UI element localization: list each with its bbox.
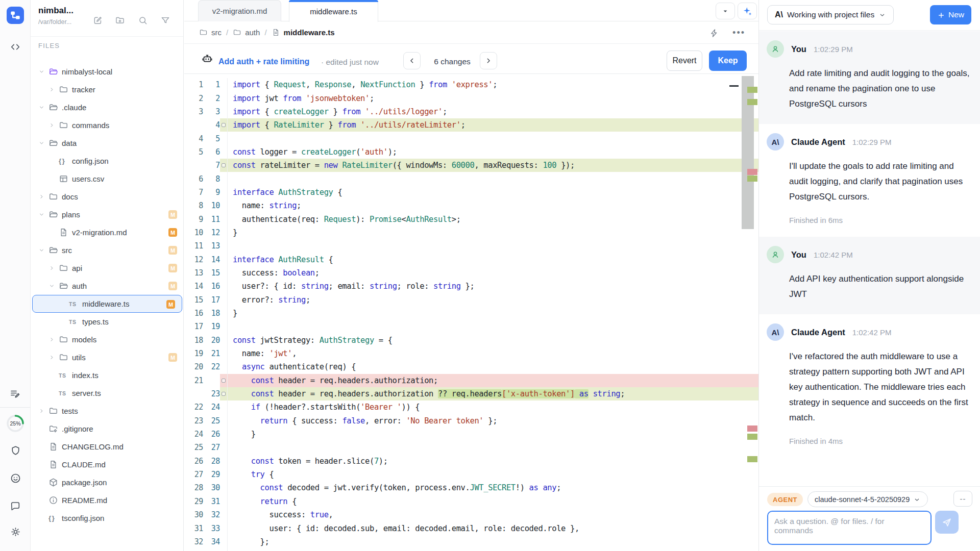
code-line[interactable]: 2325 return { success: false, error: 'No…	[184, 414, 758, 428]
code-line[interactable]: 1012}	[184, 226, 758, 239]
tree-item--claude[interactable]: .claude	[31, 98, 184, 116]
code-line[interactable]: 3234 };	[184, 535, 758, 548]
tab-middleware-ts[interactable]: middleware.ts	[289, 0, 378, 22]
tree-item-auth[interactable]: authM	[31, 277, 184, 295]
code-line[interactable]: 11import { Request, Response, NextFuncti…	[184, 78, 758, 91]
code-line[interactable]: 2224 if (!header?.startsWith('Bearer '))…	[184, 400, 758, 414]
tree-item-types-ts[interactable]: TStypes.ts	[31, 313, 184, 331]
chevron-right-icon[interactable]	[38, 408, 48, 414]
chat-input[interactable]	[767, 511, 932, 545]
tree-item-package-json[interactable]: package.json	[31, 473, 184, 491]
chevron-right-icon[interactable]	[48, 122, 59, 129]
tree-item-tsconfig-json[interactable]: { }tsconfig.json	[31, 509, 184, 527]
tree-item-claude-md[interactable]: CLAUDE.md	[31, 456, 184, 473]
chevron-down-icon[interactable]	[38, 247, 48, 254]
code-line[interactable]: 3335 } catch {	[184, 548, 758, 551]
code-line[interactable]: 45	[184, 132, 758, 145]
smiley-icon[interactable]	[0, 470, 31, 486]
tree-item-api[interactable]: apiM	[31, 259, 184, 277]
search-icon[interactable]	[137, 14, 149, 27]
diff-title[interactable]: Add auth + rate limiting	[218, 57, 309, 66]
code-line-add[interactable]: 4import { RateLimiter } from '../utils/r…	[184, 118, 758, 132]
tree-item-commands[interactable]: commands	[31, 116, 184, 134]
code-line[interactable]: 1214interface AuthResult {	[184, 253, 758, 266]
chevron-down-icon[interactable]	[38, 68, 48, 75]
diff-line-marker[interactable]	[220, 163, 227, 167]
breadcrumb-folder[interactable]: auth	[245, 28, 260, 37]
keep-button[interactable]: Keep	[709, 51, 747, 71]
breadcrumb-folder[interactable]: src	[211, 28, 222, 37]
tree-item-server-ts[interactable]: TSserver.ts	[31, 384, 184, 402]
model-selector[interactable]: claude-sonnet-4-5-20250929	[807, 491, 928, 507]
tree-item-tracker[interactable]: tracker	[31, 81, 184, 98]
chevron-down-icon[interactable]	[38, 104, 48, 111]
code-line[interactable]: 56const logger = createLogger('auth');	[184, 145, 758, 159]
settings-gear-icon[interactable]	[0, 524, 31, 539]
code-line[interactable]: 22import jwt from 'jsonwebtoken';	[184, 91, 758, 105]
chat-bubble-icon[interactable]	[0, 498, 31, 514]
prev-change-button[interactable]	[403, 52, 421, 69]
tree-item-changelog-md[interactable]: CHANGELOG.md	[31, 438, 184, 456]
shield-icon[interactable]	[0, 443, 31, 458]
code-line[interactable]: 2527	[184, 441, 758, 454]
ai-sparkle-button[interactable]	[738, 3, 757, 19]
tab-dropdown-button[interactable]	[716, 3, 735, 19]
diff-line-marker[interactable]	[220, 123, 227, 127]
tree-item-config-json[interactable]: { }config.json	[31, 152, 184, 170]
code-line[interactable]: 1416 user?: { id: string; email: string;…	[184, 280, 758, 293]
tree-item-nimbalyst-local[interactable]: nimbalyst-local	[31, 63, 184, 81]
tree-item-readme-md[interactable]: README.md	[31, 491, 184, 509]
app-logo-icon[interactable]	[7, 7, 24, 24]
tree-item-src[interactable]: srcM	[31, 241, 184, 259]
code-line[interactable]: 68	[184, 172, 758, 185]
chevron-right-icon[interactable]	[48, 265, 59, 271]
code-editor[interactable]: 11import { Request, Response, NextFuncti…	[184, 74, 758, 551]
collapse-button[interactable]: --	[953, 491, 972, 507]
tree-item-utils[interactable]: utilsM	[31, 348, 184, 366]
tree-item-docs[interactable]: docs	[31, 188, 184, 206]
code-line[interactable]: 33import { createLogger } from '../utils…	[184, 105, 758, 118]
code-line[interactable]: 2729 try {	[184, 468, 758, 481]
send-button[interactable]	[935, 511, 959, 534]
code-line[interactable]: 1820const jwtStrategy: AuthStrategy = {	[184, 334, 758, 347]
task-list-icon[interactable]	[0, 386, 31, 402]
code-line-del[interactable]: 21 const header = req.headers.authorizat…	[184, 374, 758, 387]
code-line[interactable]: 2830 const decoded = jwt.verify(token, p…	[184, 481, 758, 494]
code-line-add[interactable]: 7const rateLimiter = new RateLimiter({ w…	[184, 159, 758, 172]
chevron-right-icon[interactable]	[48, 336, 59, 343]
tree-item--gitignore[interactable]: .gitignore	[31, 420, 184, 438]
code-line[interactable]: 2628 const token = header.slice(7);	[184, 455, 758, 468]
code-line[interactable]: 79interface AuthStrategy {	[184, 186, 758, 199]
chevron-down-icon[interactable]	[38, 211, 48, 218]
code-line[interactable]: 2426 }	[184, 428, 758, 441]
code-line[interactable]: 1921 name: 'jwt',	[184, 347, 758, 360]
zap-icon[interactable]	[709, 28, 719, 38]
chevron-down-icon[interactable]	[38, 140, 48, 146]
code-view-icon[interactable]	[0, 39, 31, 55]
more-options-icon[interactable]: •••	[732, 28, 745, 38]
new-folder-icon[interactable]	[114, 14, 126, 27]
chevron-right-icon[interactable]	[38, 193, 48, 200]
breadcrumb-file[interactable]: middleware.ts	[284, 28, 335, 37]
tree-item-tests[interactable]: tests	[31, 402, 184, 420]
tab-v2-migration-md[interactable]: v2-migration.md	[198, 0, 281, 21]
code-line[interactable]: 2022 async authenticate(req) {	[184, 360, 758, 373]
next-change-button[interactable]	[480, 52, 497, 69]
tree-item-users-csv[interactable]: users.csv	[31, 170, 184, 188]
code-line[interactable]: 3032 success: true,	[184, 508, 758, 521]
tree-item-models[interactable]: models	[31, 331, 184, 348]
edit-icon[interactable]	[92, 14, 104, 27]
filter-icon[interactable]	[159, 14, 172, 27]
diff-line-marker[interactable]	[220, 392, 227, 396]
code-line[interactable]: 1517 error?: string;	[184, 293, 758, 307]
revert-button[interactable]: Revert	[667, 51, 702, 71]
diff-line-marker[interactable]	[220, 379, 227, 383]
code-line[interactable]: 1113	[184, 239, 758, 253]
code-line[interactable]: 1315 success: boolean;	[184, 266, 758, 280]
tree-item-middleware-ts[interactable]: TSmiddleware.tsM	[32, 295, 182, 313]
code-line[interactable]: 810 name: string;	[184, 199, 758, 212]
tree-item-index-ts[interactable]: TSindex.ts	[31, 366, 184, 384]
code-line[interactable]: 3133 user: { id: decoded.sub, email: dec…	[184, 521, 758, 535]
code-line[interactable]: 1618}	[184, 307, 758, 320]
chevron-down-icon[interactable]	[48, 283, 59, 289]
